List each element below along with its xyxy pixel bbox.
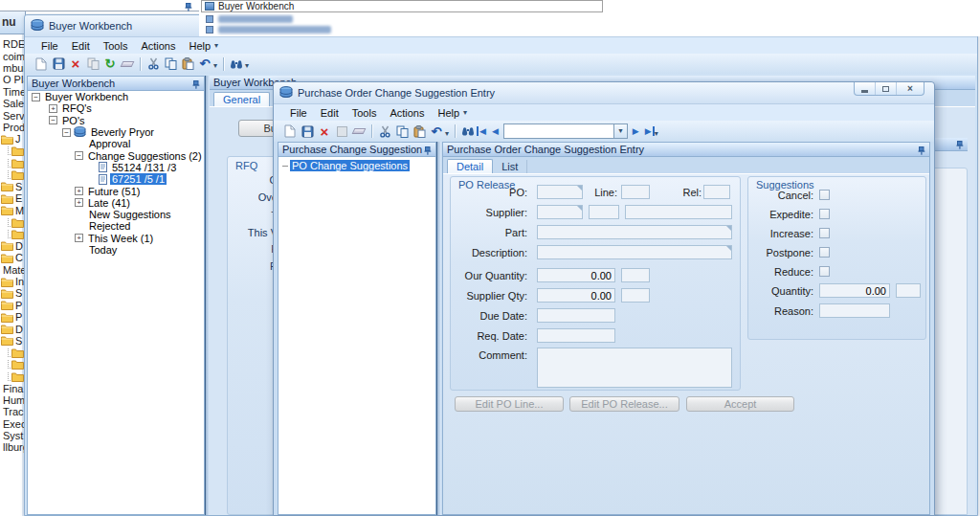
collapse-icon[interactable]: − (49, 116, 57, 124)
menu-overflow-icon[interactable]: ▾ (463, 108, 467, 117)
find-icon[interactable] (228, 56, 245, 72)
menu-actions[interactable]: Actions (134, 39, 182, 53)
tree-item-approval[interactable]: Approval (28, 138, 204, 149)
pin-icon[interactable] (424, 146, 432, 157)
comment-field[interactable] (537, 348, 732, 388)
due-date-field[interactable] (537, 308, 615, 323)
quantity-field[interactable]: 0.00 (819, 283, 890, 298)
panel-splitter[interactable] (436, 142, 441, 515)
tree-item-po-change-suggestions[interactable]: PO Change Suggestions (278, 160, 435, 171)
po-field[interactable] (537, 185, 583, 199)
menu-subfolder-item[interactable] (0, 370, 24, 382)
expand-icon[interactable]: + (75, 187, 83, 195)
menu-item[interactable]: Hum (0, 394, 24, 406)
our-quantity-field[interactable]: 0.00 (537, 268, 615, 282)
collapse-icon[interactable]: − (75, 151, 83, 160)
increase-checkbox[interactable] (819, 228, 830, 238)
tree-item-change-suggestions[interactable]: −Change Suggestions (2) (28, 149, 204, 161)
refresh-icon[interactable]: ↻ (101, 56, 119, 72)
tree-item-buyer-workbench[interactable]: −Buyer Workbench (28, 91, 204, 102)
expedite-checkbox[interactable] (819, 209, 830, 219)
save-icon[interactable] (299, 123, 316, 140)
menu-item[interactable]: Exec (0, 418, 24, 430)
pin-icon[interactable] (956, 140, 964, 151)
part-field[interactable] (537, 225, 732, 239)
tree-item-beverly-pryor[interactable]: −Beverly Pryor (28, 126, 204, 138)
find-icon[interactable] (459, 123, 477, 140)
supplier-field[interactable] (537, 205, 583, 219)
menu-folder-item[interactable]: D (0, 323, 24, 334)
expand-icon[interactable]: + (75, 198, 83, 207)
tree-item-late[interactable]: +Late (41) (28, 197, 204, 209)
menu-help[interactable]: Help (431, 106, 466, 120)
menu-subfolder-item[interactable] (0, 216, 24, 228)
menu-help[interactable]: Help (182, 39, 217, 53)
tree-item-this-week[interactable]: +This Week (1) (28, 233, 204, 244)
menu-folder-item[interactable]: E (0, 192, 24, 204)
description-field[interactable] (537, 245, 732, 259)
menu-folder-item[interactable]: In (0, 276, 24, 287)
menu-subfolder-item[interactable] (0, 228, 24, 239)
eraser-icon[interactable] (350, 123, 368, 140)
tree-item-suggestion-55124[interactable]: 55124 /131 /3 (28, 162, 204, 173)
maximize-button[interactable] (876, 82, 897, 95)
menu-folder-item[interactable]: D (0, 240, 24, 252)
cancel-checkbox[interactable] (819, 190, 830, 200)
delete-icon[interactable]: × (67, 56, 84, 72)
collapse-icon[interactable]: − (32, 93, 40, 101)
menu-folder-item[interactable]: S (0, 287, 24, 299)
pin-icon[interactable] (918, 146, 925, 157)
cut-icon[interactable] (145, 56, 162, 72)
reduce-checkbox[interactable] (819, 266, 830, 277)
copy-icon[interactable] (162, 56, 179, 72)
menu-tools[interactable]: Tools (345, 106, 384, 120)
menu-subfolder-item[interactable] (0, 347, 24, 358)
menu-file[interactable]: File (283, 106, 314, 120)
menu-item[interactable]: Prod (0, 122, 24, 133)
tree-item-pos[interactable]: −PO's (28, 115, 204, 126)
edit-po-line-button[interactable]: Edit PO Line... (455, 396, 564, 412)
menu-item[interactable]: llburg (0, 441, 24, 453)
edit-po-release-button[interactable]: Edit PO Release... (569, 396, 679, 412)
menu-folder-item[interactable]: P (0, 300, 24, 311)
tree-item-suggestion-67251[interactable]: 67251 /5 /1 (28, 173, 204, 185)
menu-item[interactable]: Sale (0, 98, 24, 109)
collapse-icon[interactable]: − (62, 128, 71, 137)
menu-folder-item[interactable]: S (0, 181, 24, 192)
menu-item[interactable]: Trac (0, 406, 24, 417)
menu-folder-item[interactable]: M (0, 204, 24, 215)
dialog-titlebar[interactable]: Purchase Order Change Suggestion Entry (274, 82, 934, 104)
last-record-icon[interactable]: ▶ (642, 126, 655, 136)
delete-icon[interactable]: × (316, 123, 333, 140)
menu-item[interactable]: coima (0, 50, 24, 61)
undo-icon[interactable]: ↶ (428, 123, 445, 140)
accept-button[interactable]: Accept (686, 396, 794, 412)
tab-list[interactable]: List (493, 160, 527, 173)
new-icon[interactable] (281, 123, 299, 140)
menu-tools[interactable]: Tools (97, 39, 135, 53)
undo-dropdown-icon[interactable]: ▾ (445, 129, 449, 138)
cut-icon[interactable] (376, 123, 393, 140)
paste-icon[interactable] (179, 56, 196, 72)
undo-dropdown-icon[interactable]: ▾ (213, 61, 217, 70)
menu-folder-item[interactable]: C (0, 252, 24, 263)
supplier-qty-uom-field[interactable] (621, 288, 650, 303)
menu-item[interactable]: RDE (0, 38, 24, 50)
paste-icon[interactable] (411, 123, 428, 140)
menu-folder-item[interactable]: J (0, 133, 24, 145)
menu-subfolder-item[interactable] (0, 168, 24, 180)
menu-edit[interactable]: Edit (65, 39, 97, 53)
first-record-icon[interactable]: ◀ (477, 126, 489, 136)
rel-field[interactable] (703, 185, 730, 199)
record-selector-combo[interactable]: ▼ (503, 123, 628, 139)
supplier-field-2[interactable] (589, 205, 619, 219)
new-icon[interactable] (33, 56, 50, 72)
menu-actions[interactable]: Actions (383, 106, 431, 120)
tree-item-rfqs[interactable]: +RFQ's (28, 102, 204, 114)
tab-general[interactable]: General (213, 92, 270, 106)
menu-subfolder-item[interactable] (0, 359, 24, 370)
menu-item[interactable]: Syst (0, 430, 24, 441)
copy-icon[interactable] (393, 123, 411, 140)
expand-icon[interactable]: + (75, 234, 83, 242)
tree-item-new-suggestions[interactable]: New Suggestions (28, 209, 204, 220)
